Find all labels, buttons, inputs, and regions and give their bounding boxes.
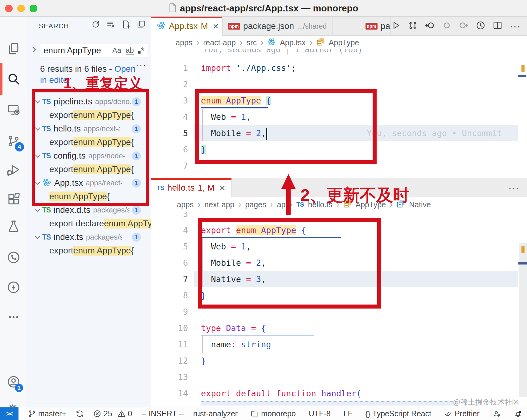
feedback-icon[interactable] [492,410,501,418]
search-result-file[interactable]: TSindex.d.tspackages/s...1 [27,203,151,217]
code-line[interactable]: 3 [151,212,527,222]
scrollbar[interactable] [519,243,527,397]
code-line[interactable]: 1import './App.css'; [151,60,527,76]
search-result-match[interactable]: enum AppType { [27,190,151,203]
compare-changes-icon[interactable] [408,20,418,32]
chevron-down-icon[interactable] [35,180,40,185]
editor-hello-ts[interactable]: 34export enum AppType {5 Web = 1,6 Mobil… [151,212,527,407]
next-change-icon[interactable] [459,20,469,32]
explorer-icon[interactable] [7,42,20,56]
chevron-down-icon[interactable] [35,152,40,158]
code-line[interactable]: 7 [151,158,527,174]
code-line[interactable]: 3enum AppType { [151,92,527,109]
chevron-down-icon[interactable] [35,234,40,239]
search-icon[interactable] [7,72,20,86]
code-line[interactable]: 11 name: string [151,336,527,353]
clear-results-icon[interactable] [106,20,116,30]
code-line[interactable]: 9 [151,304,527,320]
breadcrumb-item[interactable]: App.tsx [280,38,305,47]
search-result-match[interactable]: export enum AppType { [27,163,151,176]
tab-partial[interactable]: npm pa [360,17,391,36]
more-actions-icon[interactable]: ··· [509,20,521,32]
search-result-match[interactable]: export enum AppType { [27,135,151,149]
toggle-replace-chevron[interactable] [30,46,36,53]
search-query[interactable]: enum AppType [43,46,112,55]
formatter-item[interactable]: Prettier [444,409,480,418]
breadcrumb-item[interactable]: next-app [204,200,234,209]
refresh-icon[interactable] [91,20,100,30]
breadcrumb-item[interactable]: apps [176,38,192,47]
search-input[interactable]: enum AppType Aa ab * [40,43,148,58]
language-mode-item[interactable]: {} TypeScript React [366,409,431,418]
code-line[interactable]: 8} [151,287,527,304]
match-case-icon[interactable]: Aa [112,46,121,55]
search-result-file[interactable]: TSindex.tspackages/sh...1 [27,230,151,244]
open-in-editor-icon[interactable] [136,20,146,30]
code-line[interactable]: 4export enum AppType { [151,222,527,238]
search-result-file[interactable]: TSconfig.tsapps/node-...1 [27,149,151,163]
code-line[interactable]: 2 [151,76,527,92]
timeline-icon[interactable] [476,20,486,32]
breadcrumb-item[interactable]: src [247,38,257,47]
code-line[interactable]: 4 Web = 1, [151,109,527,125]
remote-explorer-icon[interactable] [7,103,20,117]
search-result-match[interactable]: export declare enum AppTy... [27,217,151,230]
tab-app-tsx[interactable]: App.tsx M × [151,17,223,36]
chevron-down-icon[interactable] [35,98,40,103]
close-icon[interactable]: × [213,21,219,31]
breadcrumb-item[interactable]: react-app [203,38,236,47]
code-line[interactable]: 13 [151,369,527,385]
search-result-file[interactable]: App.tsxapps/react-a...1 [27,176,151,190]
code-line[interactable]: 12} [151,353,527,369]
git-branch-item[interactable]: master+ [28,409,66,418]
extensions-icon[interactable] [7,192,20,206]
minimize-window-button[interactable] [17,5,25,12]
encoding-item[interactable]: UTF-8 [309,409,331,418]
code-line[interactable]: 6 Mobile = 2, [151,255,527,271]
search-result-match[interactable]: export enum AppType { [27,244,151,257]
code-line[interactable]: 5 Web = 1, [151,238,527,255]
run-file-icon[interactable] [391,20,401,32]
regex-icon[interactable]: * [138,45,145,56]
eol-item[interactable]: LF [344,409,353,418]
tab-hello-ts[interactable]: TS hello.ts 1, M × [151,178,232,197]
workspace-item[interactable]: monorepo [251,409,296,418]
testing-icon[interactable] [7,220,20,233]
code-line[interactable]: 7 Native = 3, [151,271,527,287]
chevron-down-icon[interactable] [35,125,40,131]
breadcrumb-item[interactable]: Native [409,200,431,209]
code-line[interactable]: 6} [151,141,527,158]
remote-indicator[interactable]: >< [0,407,18,420]
search-result-match[interactable]: export enum AppType { [27,108,151,122]
breadcrumb-item[interactable]: AppType [329,38,359,47]
annotation-arrow-shaft [286,188,291,215]
search-result-file[interactable]: TShello.tsapps/next-ap...1 [27,122,151,135]
vim-mode-item[interactable]: -- INSERT -- [141,409,184,418]
gitlens-icon[interactable] [7,251,20,264]
code-line[interactable]: 5 Mobile = 2,You, seconds ago • Uncommit [151,125,527,141]
language-server-item[interactable]: rust-analyzer [193,409,238,418]
breadcrumb-item[interactable]: pages [245,200,266,209]
close-icon[interactable]: × [219,183,225,193]
search-result-file[interactable]: TSpipeline.tsapps/deno...1 [27,95,151,108]
run-debug-icon[interactable] [7,163,20,176]
editor-app-tsx[interactable]: You, seconds ago | 1 author (You) 1impor… [151,49,527,178]
previous-change-icon[interactable] [425,20,435,32]
bell-icon[interactable] [514,410,522,418]
thunder-client-icon[interactable] [7,281,20,294]
breadcrumb-item[interactable]: ap [277,200,286,209]
maximize-window-button[interactable] [30,5,37,12]
close-window-button[interactable] [5,5,13,12]
code-line[interactable]: 10type Data = { [151,320,527,336]
breadcrumb-item[interactable]: apps [177,200,194,209]
chevron-down-icon[interactable] [35,207,40,212]
tab-package-json[interactable]: npm package.json .../shared [223,17,333,36]
more-views-icon[interactable] [7,310,20,324]
problems-item[interactable]: 25 0 [93,409,132,418]
new-search-editor-icon[interactable] [121,20,131,30]
more-actions-icon[interactable]: ··· [508,182,520,194]
change-indicator-icon[interactable] [442,20,452,32]
split-editor-icon[interactable] [492,20,503,32]
whole-word-icon[interactable]: ab [126,46,134,55]
sync-icon[interactable] [76,410,84,418]
